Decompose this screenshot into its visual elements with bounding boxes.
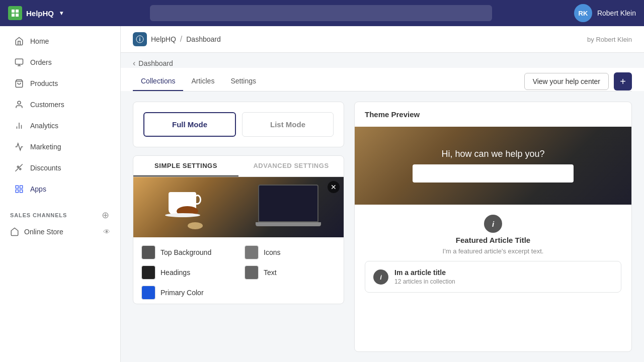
swatch-label-text: Text	[264, 268, 277, 277]
topbar-right: RK Robert Klein	[574, 4, 636, 22]
discounts-icon	[14, 163, 24, 173]
breadcrumb: i HelpHQ / Dashboard	[133, 32, 221, 46]
back-nav-label: Dashboard	[138, 59, 173, 67]
analytics-icon	[14, 121, 24, 131]
latte-art	[188, 222, 203, 229]
sidebar-item-discounts[interactable]: Discounts	[4, 158, 116, 178]
topbar-search-container	[150, 5, 492, 21]
breadcrumb-separator: /	[180, 35, 182, 44]
svg-point-10	[17, 166, 19, 167]
preview-featured-excerpt: I'm a featured article's excerpt text.	[443, 247, 544, 255]
back-navigation[interactable]: ‹ Dashboard	[121, 53, 644, 68]
preview-article-card[interactable]: i Im a article title 12 articles in coll…	[365, 261, 621, 293]
svg-text:i: i	[139, 37, 141, 42]
article-icon-text: i	[380, 274, 382, 281]
advanced-settings-tab[interactable]: ADVANCED SETTINGS	[238, 156, 344, 176]
online-store-label: Online Store	[24, 228, 63, 236]
sidebar-nav: Home Orders Products Customers	[0, 26, 120, 204]
swatch-text[interactable]	[245, 265, 259, 280]
swatch-row-text: Text	[245, 265, 336, 280]
app-header: i HelpHQ / Dashboard by Robert Klein	[121, 26, 644, 53]
sidebar-label-apps: Apps	[30, 185, 46, 193]
svg-rect-13	[20, 186, 23, 188]
swatch-label-primary-color: Primary Color	[160, 289, 204, 297]
breadcrumb-current: Dashboard	[186, 35, 221, 43]
settings-card: SIMPLE SETTINGS ADVANCED SETTINGS	[133, 155, 344, 304]
topbar-search-input[interactable]	[150, 5, 492, 21]
tab-articles[interactable]: Articles	[183, 72, 222, 91]
topbar-username: Robert Klein	[597, 9, 636, 17]
mode-selector: Full Mode List Mode	[133, 102, 344, 147]
left-panel: Full Mode List Mode SIMPLE SETTINGS ADVA…	[133, 102, 344, 352]
sidebar-item-marketing[interactable]: Marketing	[4, 137, 116, 157]
main-tabs: Collections Articles Settings	[133, 72, 264, 91]
cup-body	[169, 192, 196, 215]
sidebar-item-online-store[interactable]: Online Store 👁	[0, 223, 120, 240]
swatch-row-primary-color: Primary Color	[141, 286, 232, 300]
swatch-label-headings: Headings	[160, 268, 190, 277]
content-area: i HelpHQ / Dashboard by Robert Klein ‹ D…	[121, 26, 644, 362]
featured-info-icon: i	[484, 215, 502, 233]
marketing-icon	[14, 142, 24, 152]
swatch-row-headings: Headings	[141, 265, 232, 280]
sidebar-item-products[interactable]: Products	[4, 73, 116, 94]
topbar-chevron-icon: ▾	[60, 10, 63, 17]
main-layout: Home Orders Products Customers	[0, 26, 644, 362]
swatch-icons[interactable]	[245, 245, 259, 259]
tab-collections[interactable]: Collections	[133, 72, 183, 91]
view-help-center-button[interactable]: View your help center	[524, 73, 609, 90]
apps-icon	[14, 184, 24, 194]
home-icon	[14, 36, 24, 46]
sidebar-label-products: Products	[30, 79, 58, 87]
remove-hero-button[interactable]: ✕	[328, 181, 340, 193]
simple-settings-tab[interactable]: SIMPLE SETTINGS	[133, 156, 238, 176]
laptop-detail	[258, 185, 324, 230]
avatar: RK	[574, 4, 592, 22]
by-author: by Robert Klein	[587, 36, 632, 43]
swatch-top-background[interactable]	[141, 245, 155, 259]
orders-icon	[14, 57, 24, 67]
sales-channels-add-icon[interactable]: ⊕	[100, 210, 110, 220]
theme-preview-title: Theme Preview	[355, 102, 631, 127]
breadcrumb-app-name: HelpHQ	[151, 35, 176, 43]
sidebar-label-analytics: Analytics	[30, 122, 58, 130]
svg-rect-15	[20, 190, 23, 193]
svg-point-6	[18, 101, 21, 104]
info-icon-text: i	[492, 220, 494, 228]
sidebar: Home Orders Products Customers	[0, 26, 121, 362]
customers-icon	[14, 100, 24, 110]
sidebar-item-home[interactable]: Home	[4, 31, 116, 51]
svg-rect-2	[12, 14, 15, 17]
swatch-label-top-background: Top Background	[160, 248, 211, 256]
store-eye-icon[interactable]: 👁	[103, 228, 110, 236]
tab-settings[interactable]: Settings	[222, 72, 264, 91]
sidebar-item-analytics[interactable]: Analytics	[4, 116, 116, 136]
swatch-headings[interactable]	[141, 265, 155, 280]
sidebar-item-orders[interactable]: Orders	[4, 52, 116, 72]
full-mode-button[interactable]: Full Mode	[143, 112, 236, 137]
preview-search-bar[interactable]	[413, 164, 574, 183]
add-button[interactable]: +	[614, 72, 632, 90]
right-panel: Theme Preview Hi, how can we help you? i	[354, 102, 632, 352]
cup-saucer	[165, 213, 200, 217]
topbar-app-name: HelpHQ	[26, 9, 54, 18]
svg-rect-0	[12, 10, 15, 13]
preview-hero-heading: Hi, how can we help you?	[441, 149, 544, 159]
products-icon	[14, 78, 24, 88]
logo-icon	[8, 6, 22, 20]
hero-image-area: ✕	[133, 177, 344, 237]
article-info-icon: i	[373, 269, 388, 285]
sales-channels-section: SALES CHANNELS ⊕	[0, 204, 120, 223]
sidebar-item-customers[interactable]: Customers	[4, 95, 116, 115]
sidebar-item-apps[interactable]: Apps	[4, 179, 116, 199]
list-mode-button[interactable]: List Mode	[242, 112, 334, 137]
topbar-logo[interactable]: HelpHQ ▾	[8, 6, 109, 20]
store-icon	[10, 227, 19, 236]
tabs-actions: View your help center +	[524, 72, 632, 90]
svg-rect-1	[16, 10, 19, 13]
swatch-row-top-background: Top Background	[141, 245, 232, 259]
sidebar-label-marketing: Marketing	[30, 143, 61, 151]
swatch-primary-color[interactable]	[141, 286, 155, 300]
sidebar-label-customers: Customers	[30, 101, 64, 109]
sales-channels-label: SALES CHANNELS	[10, 212, 67, 218]
